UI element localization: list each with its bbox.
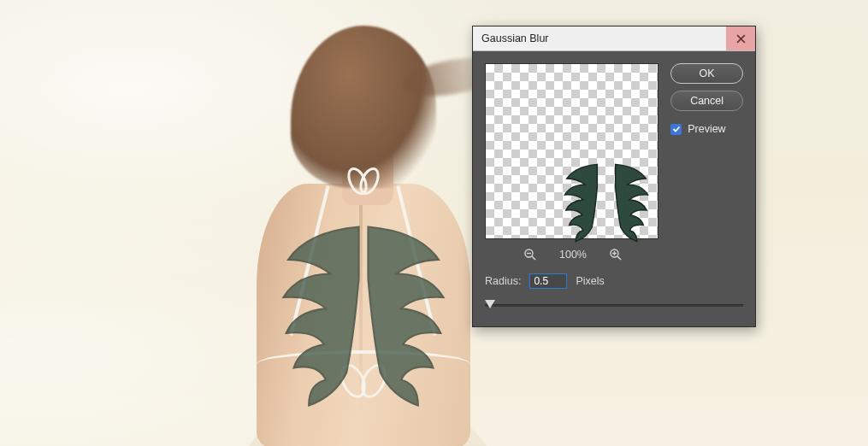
photo-region: [351, 167, 376, 192]
close-icon: [736, 34, 746, 44]
background-photo: [222, 26, 479, 446]
close-button[interactable]: [726, 26, 755, 50]
preview-checkbox-label: Preview: [688, 123, 725, 135]
dialog-titlebar[interactable]: Gaussian Blur: [473, 26, 755, 51]
cancel-button-label: Cancel: [690, 95, 723, 107]
slider-thumb[interactable]: [485, 300, 495, 308]
zoom-level-label: 100%: [559, 249, 587, 261]
slider-track: [485, 304, 743, 307]
radius-slider[interactable]: [485, 299, 743, 311]
gaussian-blur-dialog: Gaussian Blur: [472, 26, 756, 327]
zoom-in-icon[interactable]: [609, 248, 623, 261]
radius-label: Radius:: [485, 275, 521, 287]
zoom-out-icon[interactable]: [523, 248, 537, 261]
cancel-button[interactable]: Cancel: [670, 91, 743, 111]
svg-line-1: [532, 256, 535, 260]
photo-region: [291, 26, 436, 188]
preview-canvas[interactable]: [485, 63, 658, 239]
preview-wing-right: [604, 162, 664, 244]
document-canvas: Gaussian Blur: [0, 0, 868, 446]
radius-unit-label: Pixels: [576, 275, 604, 287]
zoom-controls: 100%: [485, 248, 661, 261]
radius-row: Radius: Pixels: [485, 273, 743, 289]
tattoo-wing-left: [269, 222, 363, 410]
dialog-title: Gaussian Blur: [481, 32, 549, 44]
preview-checkbox[interactable]: Preview: [670, 123, 743, 135]
dialog-body: OK Cancel Preview: [473, 51, 755, 326]
checkbox-box: [670, 124, 682, 135]
ok-button-label: OK: [700, 67, 715, 79]
svg-line-4: [617, 256, 621, 260]
radius-input[interactable]: [529, 273, 567, 289]
preview-wing-left: [549, 162, 609, 244]
ok-button[interactable]: OK: [670, 63, 743, 84]
tattoo-wing-right: [363, 222, 458, 410]
checkmark-icon: [672, 125, 681, 133]
